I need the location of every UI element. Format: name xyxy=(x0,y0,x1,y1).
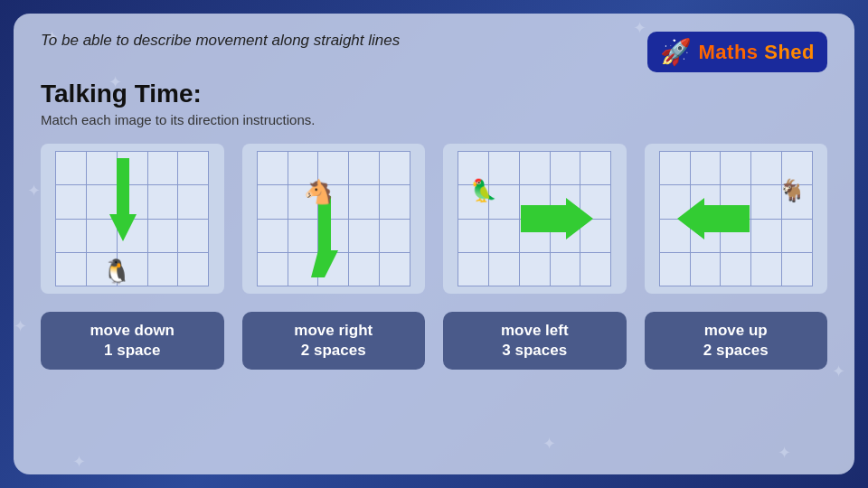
grid-wrapper-3: 🦜 xyxy=(458,151,611,286)
parrot-emoji: 🦜 xyxy=(470,180,497,202)
label-2-line1: move right xyxy=(248,321,420,341)
logo-badge: 🚀 Maths Shed xyxy=(647,32,827,72)
grid-table-4 xyxy=(659,151,813,286)
grids-row: 🐧 🐴 xyxy=(41,144,827,294)
label-2-line2: 2 spaces xyxy=(248,341,420,361)
grid-table-3 xyxy=(458,151,611,286)
label-1-line1: move down xyxy=(46,321,219,341)
logo-area: 🚀 Maths Shed xyxy=(647,32,827,72)
labels-row: move down 1 space move right 2 spaces mo… xyxy=(41,312,827,370)
talking-time-title: Talking Time: xyxy=(41,80,827,108)
goat-emoji: 🐐 xyxy=(778,180,806,202)
grid-card-1: 🐧 xyxy=(41,144,224,294)
grid-table-1 xyxy=(55,151,209,286)
subtitle-text: Match each image to its direction instru… xyxy=(41,112,827,127)
label-4-line2: 2 spaces xyxy=(650,341,823,361)
grid-wrapper-4: 🐐 xyxy=(659,151,813,286)
grid-card-4: 🐐 xyxy=(645,144,828,294)
main-card: To be able to describe movement along st… xyxy=(14,14,854,474)
penguin-emoji: 🐧 xyxy=(102,259,131,283)
label-btn-1[interactable]: move down 1 space xyxy=(41,312,224,370)
label-btn-4[interactable]: move up 2 spaces xyxy=(645,312,828,370)
label-3-line1: move left xyxy=(448,321,621,341)
grid-wrapper-1: 🐧 xyxy=(55,151,209,286)
grid-card-3: 🦜 xyxy=(443,144,627,294)
grid-table-2 xyxy=(257,151,410,286)
label-1-line2: 1 space xyxy=(46,341,219,361)
label-btn-2[interactable]: move right 2 spaces xyxy=(242,312,426,370)
label-4-line1: move up xyxy=(650,321,823,341)
label-btn-3[interactable]: move left 3 spaces xyxy=(443,312,627,370)
label-3-line2: 3 spaces xyxy=(448,341,621,361)
logo-icon: 🚀 xyxy=(660,37,692,67)
grid-wrapper-2: 🐴 xyxy=(257,151,410,286)
grid-card-2: 🐴 xyxy=(242,144,426,294)
header: To be able to describe movement along st… xyxy=(41,32,827,72)
logo-text: Maths Shed xyxy=(699,41,815,64)
horse-emoji: 🐴 xyxy=(304,180,333,203)
objective-text: To be able to describe movement along st… xyxy=(41,32,400,50)
